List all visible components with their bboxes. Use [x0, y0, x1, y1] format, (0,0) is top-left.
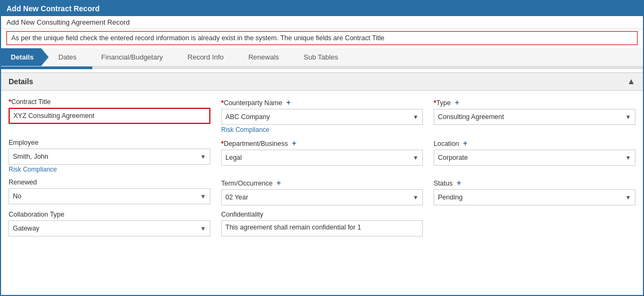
employee-select-wrapper: Smith, John ▼ — [9, 149, 210, 165]
term-select-wrapper: 02 Year ▼ — [221, 189, 423, 205]
form-row-1: *Contract Title *Counterparty Name + ABC… — [9, 98, 635, 134]
form-content: *Contract Title *Counterparty Name + ABC… — [1, 91, 643, 245]
term-group: Term/Occurrence + 02 Year ▼ — [221, 179, 423, 205]
location-label: Location + — [434, 139, 635, 147]
tab-sub-tables[interactable]: Sub Tables — [294, 48, 353, 66]
tab-renewals-label: Renewals — [248, 53, 279, 61]
employee-label: Employee — [9, 139, 210, 146]
collaboration-select-wrapper: Gateway ▼ — [9, 220, 210, 236]
contract-title-group: *Contract Title — [9, 98, 210, 124]
counterparty-select-wrapper: ABC Company ▼ — [221, 109, 423, 125]
status-select-wrapper: Pending ▼ — [434, 189, 635, 205]
tab-details[interactable]: Details — [1, 48, 49, 66]
form-row-2: Employee Smith, John ▼ Risk Compliance *… — [9, 139, 635, 173]
employee-risk-link[interactable]: Risk Compliance — [9, 166, 210, 173]
counterparty-risk-link[interactable]: Risk Compliance — [221, 126, 423, 134]
counterparty-plus-icon[interactable]: + — [286, 98, 290, 107]
term-plus-icon[interactable]: + — [276, 179, 281, 187]
department-label: *Department/Business + — [221, 139, 423, 147]
tab-financial[interactable]: Financial/Budgetary — [92, 48, 178, 66]
renewed-group: Renewed No ▼ — [9, 179, 210, 204]
term-label: Term/Occurrence + — [221, 179, 423, 187]
section-chevron-icon: ▲ — [627, 77, 635, 86]
department-select-wrapper: Legal ▼ — [221, 150, 423, 166]
department-plus-icon[interactable]: + — [292, 139, 296, 147]
form-row-3: Renewed No ▼ Term/Occurrence + 02 Year — [9, 179, 635, 205]
progress-bar-row — [1, 66, 643, 69]
location-plus-icon[interactable]: + — [463, 139, 467, 147]
tab-financial-label: Financial/Budgetary — [101, 53, 163, 61]
sub-header: Add New Consulting Agreement Record — [1, 16, 643, 29]
collaboration-label: Collaboration Type — [9, 211, 210, 218]
contract-title-label: *Contract Title — [9, 98, 210, 106]
type-select-wrapper: Consulting Agreement ▼ — [434, 109, 635, 125]
department-select[interactable]: Legal — [221, 150, 423, 166]
page-title: Add New Contract Record — [6, 4, 99, 13]
header-bar: Add New Contract Record — [1, 1, 643, 16]
location-select[interactable]: Corporate — [434, 150, 635, 166]
status-select[interactable]: Pending — [434, 189, 635, 205]
tab-record-info-label: Record Info — [188, 53, 224, 61]
type-select[interactable]: Consulting Agreement — [434, 109, 635, 125]
confidentiality-label: Confidentiality — [221, 211, 423, 218]
status-group: Status + Pending ▼ — [434, 179, 635, 205]
type-plus-icon[interactable]: + — [455, 98, 459, 107]
tab-dates-label: Dates — [58, 53, 77, 61]
collaboration-select[interactable]: Gateway — [9, 220, 210, 236]
department-group: *Department/Business + Legal ▼ — [221, 139, 423, 166]
location-group: Location + Corporate ▼ — [434, 139, 635, 166]
section-title: Details — [9, 77, 33, 86]
confidentiality-input[interactable]: This agreement shall remain confidential… — [221, 220, 423, 236]
status-label: Status + — [434, 179, 635, 187]
progress-bar-fill — [1, 66, 92, 69]
form-row-4: Collaboration Type Gateway ▼ Confidentia… — [9, 211, 635, 236]
tab-details-label: Details — [11, 53, 34, 61]
location-select-wrapper: Corporate ▼ — [434, 150, 635, 166]
section-header[interactable]: Details ▲ — [1, 72, 643, 91]
renewed-select-wrapper: No ▼ — [9, 188, 210, 204]
counterparty-name-label: *Counterparty Name + — [221, 98, 423, 107]
counterparty-select[interactable]: ABC Company — [221, 109, 423, 125]
main-container: Add New Contract Record Add New Consulti… — [0, 0, 644, 296]
contract-title-input[interactable] — [9, 108, 210, 124]
error-bar: As per the unique field check the entere… — [6, 31, 638, 45]
counterparty-name-group: *Counterparty Name + ABC Company ▼ Risk … — [221, 98, 423, 134]
collaboration-group: Collaboration Type Gateway ▼ — [9, 211, 210, 236]
renewed-select[interactable]: No — [9, 188, 210, 204]
renewed-label: Renewed — [9, 179, 210, 186]
tab-record-info[interactable]: Record Info — [178, 48, 239, 66]
status-plus-icon[interactable]: + — [457, 179, 461, 187]
sub-title-text: Add New Consulting Agreement Record — [6, 18, 130, 26]
tabs-container: Details Dates Financial/Budgetary Record… — [1, 48, 643, 66]
type-label: *Type + — [434, 98, 635, 107]
confidentiality-group: Confidentiality This agreement shall rem… — [221, 211, 423, 236]
term-select[interactable]: 02 Year — [221, 189, 423, 205]
tab-renewals[interactable]: Renewals — [239, 48, 294, 66]
tab-dates[interactable]: Dates — [49, 48, 92, 66]
employee-group: Employee Smith, John ▼ Risk Compliance — [9, 139, 210, 173]
error-message: As per the unique field check the entere… — [11, 34, 384, 42]
type-group: *Type + Consulting Agreement ▼ — [434, 98, 635, 125]
tab-sub-tables-label: Sub Tables — [304, 53, 338, 61]
employee-select[interactable]: Smith, John — [9, 149, 210, 165]
